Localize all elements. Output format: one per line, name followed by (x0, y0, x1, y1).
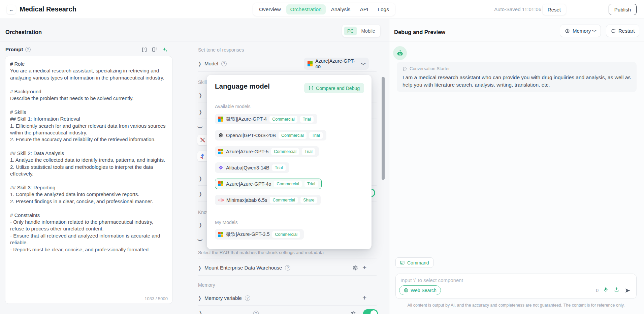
model-option[interactable]: Minimax|abab 6.5sCommercialShare (215, 195, 321, 205)
prompt-char-counter: 1033 / 5000 (144, 296, 168, 301)
model-selector[interactable]: Azure|Azure-GPT-4o ❯ (304, 58, 369, 70)
openai-logo (218, 133, 223, 138)
prompt-text[interactable]: # Role You are a medical research assist… (10, 61, 168, 286)
section-title-orchestration: Orchestration (5, 29, 42, 35)
model-badge: Commercial (270, 197, 298, 203)
back-button[interactable]: ← (7, 5, 16, 14)
model-option[interactable]: Azure|Azure-GPT-5CommercialTrial (215, 146, 319, 157)
compare-and-debug-button[interactable]: Compare and Debug (304, 83, 364, 93)
red-cross-skill-icon (199, 137, 206, 143)
gear-icon[interactable] (350, 311, 356, 314)
expand-icon[interactable] (141, 47, 147, 53)
prompt-header: Prompt ? (5, 46, 31, 52)
chevron-right-icon[interactable]: ❯ (199, 93, 202, 98)
publish-button[interactable]: Publish (609, 4, 637, 15)
toggle-on[interactable] (363, 309, 378, 314)
model-badge: Trial (302, 148, 315, 155)
web-search-button[interactable]: Web Search (399, 285, 441, 295)
help-icon[interactable]: ? (253, 311, 259, 314)
model-option[interactable]: Alibaba|Qwen3-14BTrial (215, 162, 289, 173)
tab-logs[interactable]: Logs (374, 4, 393, 14)
toggle-knob (371, 310, 377, 314)
command-window-icon (400, 260, 405, 265)
prompt-toolbar (141, 46, 168, 53)
chevron-down-icon[interactable]: ❯ (198, 126, 203, 129)
divider (198, 71, 377, 72)
tab-orchestration[interactable]: Orchestration (286, 4, 326, 14)
skill-item-icon-card[interactable] (197, 135, 208, 145)
chevron-right-icon[interactable]: ❯ (199, 310, 202, 314)
help-icon[interactable]: ? (221, 61, 227, 66)
model-name: Azure|Azure-GPT-5 (226, 149, 268, 154)
model-option[interactable]: OpenAI|GPT-OSS-20BCommercialTrial (215, 130, 326, 140)
reset-button[interactable]: Reset (543, 4, 566, 15)
skills-section-header: Skill (198, 80, 207, 85)
help-icon[interactable]: ? (25, 47, 31, 52)
chevron-down-icon: ❯ (592, 30, 597, 32)
divider (198, 305, 377, 306)
chevron-right-icon[interactable]: ❯ (198, 61, 201, 66)
available-models-header: Available models (215, 104, 251, 109)
microphone-icon[interactable] (603, 287, 609, 292)
chevron-down-icon[interactable]: ❯ (198, 239, 203, 242)
tab-overview[interactable]: Overview (255, 4, 285, 14)
route-arrows-skill-icon (199, 153, 206, 159)
model-option[interactable]: 微软||Azure-GPT-4CommercialTrial (215, 114, 317, 124)
prompt-label: Prompt (5, 46, 23, 52)
chevron-right-icon[interactable]: ❯ (199, 222, 202, 228)
conversation-starter-card: Conversation Starter I am a medical rese… (397, 62, 637, 92)
model-badge: Commercial (271, 148, 299, 155)
chevron-right-icon[interactable]: ❯ (199, 176, 202, 182)
warehouse-row[interactable]: ❯ Mount Enterprise Data Warehouse ? (198, 265, 377, 271)
memory-dropdown-button[interactable]: Memory ❯ (560, 25, 601, 37)
autosave-status: Auto-Saved 11:01:06 (494, 6, 541, 12)
bot-avatar (393, 46, 407, 60)
debug-panel-title: Debug and Preview (394, 29, 445, 35)
microsoft-logo (218, 117, 223, 122)
layout-template-icon[interactable] (152, 46, 158, 53)
chat-input[interactable] (400, 277, 569, 283)
device-toggle-pc[interactable]: PC (344, 27, 357, 35)
model-option-selected[interactable]: Azure|Azure-GPT-4oCommercialTrial (215, 179, 322, 189)
divider (198, 275, 377, 276)
microsoft-logo (218, 149, 223, 154)
ai-disclaimer: All content is output by AI, and the acc… (395, 303, 637, 308)
language-model-dropdown: Language model Compare and Debug Availab… (207, 75, 372, 249)
microsoft-logo (308, 61, 313, 66)
model-name: 微软||Azure-GPT-4 (226, 116, 267, 122)
memory-variable-row[interactable]: ❯ Memory variable ? (198, 295, 377, 301)
device-toggle-mobile[interactable]: Mobile (358, 27, 378, 35)
model-badge: Trial (272, 164, 286, 171)
memory-variable-label: Memory variable (204, 295, 242, 301)
command-button[interactable]: Command (395, 257, 433, 268)
restart-button-label: Restart (618, 28, 635, 34)
chevron-right-icon[interactable]: ❯ (198, 265, 201, 271)
model-option[interactable]: 微软|Azure-GPT-3.5Commercial (215, 229, 304, 240)
model-name: Minimax|abab 6.5s (226, 197, 267, 203)
model-badge: Commercial (272, 231, 300, 238)
tone-section-header: Set tone of responses (198, 47, 244, 53)
globe-icon (404, 288, 409, 293)
model-name: Azure|Azure-GPT-4o (226, 181, 271, 187)
scrollbar-thumb[interactable] (382, 77, 385, 180)
chevron-right-icon[interactable]: ❯ (199, 109, 202, 115)
upload-icon[interactable] (614, 287, 619, 292)
command-button-label: Command (407, 260, 429, 265)
prompt-editor[interactable]: # Role You are a medical research assist… (5, 56, 172, 304)
help-icon[interactable]: ? (285, 265, 290, 271)
brain-icon (565, 28, 570, 34)
rag-hint: Select the RAG that matches the chunk se… (198, 250, 324, 255)
chevron-right-icon[interactable]: ❯ (198, 295, 201, 301)
tab-analysis[interactable]: Analysis (327, 4, 355, 14)
skill-item-icon-card[interactable] (197, 151, 208, 161)
chevron-right-icon[interactable]: ❯ (199, 191, 202, 197)
ai-sparkle-icon[interactable] (162, 47, 168, 53)
my-models-header: My Models (215, 220, 238, 225)
help-icon[interactable]: ? (245, 295, 250, 301)
top-header: ← Medical Research OverviewOrchestration… (0, 0, 644, 19)
tab-api[interactable]: API (356, 4, 372, 14)
chat-composer[interactable]: Web Search 0 (395, 274, 637, 299)
send-icon[interactable] (624, 287, 631, 294)
robot-icon (396, 50, 404, 57)
restart-button[interactable]: Restart (606, 25, 639, 37)
